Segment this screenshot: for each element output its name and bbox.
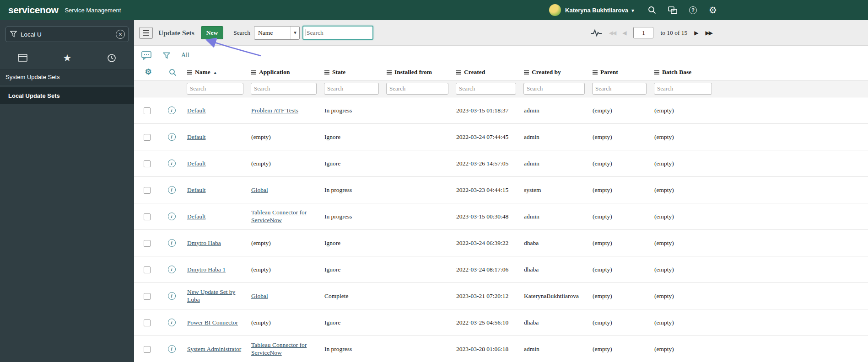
breadcrumb-all[interactable]: All bbox=[181, 52, 189, 59]
column-menu-icon[interactable] bbox=[456, 70, 461, 75]
row-checkbox[interactable] bbox=[144, 266, 151, 273]
servicenow-logo[interactable]: servicenow bbox=[8, 5, 58, 16]
cell-application-link[interactable]: Tableau Connector for ServiceNow bbox=[251, 209, 307, 224]
filter-input-batch-base[interactable] bbox=[654, 83, 712, 95]
cell-application-link[interactable]: Global bbox=[251, 186, 268, 193]
top-banner: servicenow Service Management Kateryna B… bbox=[0, 0, 868, 20]
cell-name-link[interactable]: New Update Set by Luba bbox=[187, 288, 235, 303]
cell-name-link[interactable]: Dmytro Haba bbox=[187, 240, 221, 246]
column-header-application[interactable]: Application bbox=[247, 65, 320, 80]
cell-name-link[interactable]: Power BI Connector bbox=[187, 319, 238, 326]
filter-input-created-by[interactable] bbox=[523, 83, 585, 95]
cell-name-link[interactable]: Default bbox=[187, 160, 205, 167]
cell-application: Tableau Connector for ServiceNow bbox=[247, 335, 320, 362]
favorites-star-icon[interactable] bbox=[63, 53, 72, 63]
column-header-name[interactable]: Name bbox=[183, 65, 247, 80]
cell-parent: (empty) bbox=[588, 123, 650, 150]
info-icon[interactable] bbox=[168, 106, 176, 114]
cell-name-link[interactable]: System Administrator bbox=[187, 346, 241, 352]
column-menu-icon[interactable] bbox=[654, 70, 659, 75]
settings-gear-icon[interactable] bbox=[709, 5, 717, 15]
table-row: Default(empty)Ignore2022-03-26 14:57:05a… bbox=[134, 150, 868, 176]
column-label: Name bbox=[195, 69, 210, 76]
column-header-settings[interactable] bbox=[134, 65, 160, 80]
activity-stream-icon[interactable] bbox=[590, 29, 602, 37]
list-search-input[interactable]: Search bbox=[302, 26, 373, 40]
cell-application-link[interactable]: Global bbox=[251, 293, 268, 299]
filter-input-parent[interactable] bbox=[592, 83, 647, 95]
cell-name-link[interactable]: Dmytro Haba 1 bbox=[187, 266, 226, 273]
cell-name-link[interactable]: Default bbox=[187, 133, 205, 140]
next-page-icon[interactable] bbox=[694, 30, 698, 36]
row-checkbox[interactable] bbox=[144, 293, 151, 300]
user-menu[interactable]: Kateryna Bukhtiiarova bbox=[549, 4, 634, 16]
column-header-search[interactable] bbox=[160, 65, 183, 80]
nav-item-local-update-sets[interactable]: Local Update Sets bbox=[0, 87, 134, 104]
search-column-select[interactable]: Name bbox=[254, 26, 300, 40]
column-menu-icon[interactable] bbox=[593, 70, 598, 75]
info-icon[interactable] bbox=[168, 186, 176, 194]
cell-application-link[interactable]: Tableau Connector for ServiceNow bbox=[251, 341, 307, 356]
cell-info bbox=[160, 309, 183, 335]
info-icon[interactable] bbox=[168, 213, 176, 220]
page-number-input[interactable] bbox=[633, 27, 653, 38]
help-icon[interactable] bbox=[689, 6, 697, 14]
info-icon[interactable] bbox=[168, 160, 176, 167]
cell-application: Global bbox=[247, 176, 320, 203]
row-checkbox[interactable] bbox=[144, 240, 151, 247]
info-icon[interactable] bbox=[168, 319, 176, 326]
list-context-menu-button[interactable] bbox=[139, 27, 153, 39]
column-search-icon[interactable] bbox=[164, 69, 181, 76]
column-menu-icon[interactable] bbox=[387, 70, 392, 75]
history-clock-icon[interactable] bbox=[107, 53, 116, 63]
cell-batch-base: (empty) bbox=[650, 123, 716, 150]
all-applications-tab-icon[interactable] bbox=[18, 54, 27, 62]
navigator-filter-input[interactable] bbox=[5, 27, 129, 42]
clear-filter-icon[interactable] bbox=[116, 30, 125, 39]
info-icon[interactable] bbox=[168, 292, 176, 300]
row-checkbox[interactable] bbox=[144, 319, 151, 326]
cell-application-link[interactable]: Problem ATF Tests bbox=[251, 107, 298, 114]
info-icon[interactable] bbox=[168, 266, 176, 273]
last-page-icon[interactable] bbox=[706, 30, 712, 36]
column-header-created[interactable]: Created bbox=[452, 65, 520, 80]
filter-input-installed-from[interactable] bbox=[386, 83, 448, 95]
column-header-created-by[interactable]: Created by bbox=[520, 65, 588, 80]
breadcrumb-funnel-icon[interactable] bbox=[163, 52, 170, 59]
filter-input-name[interactable] bbox=[187, 83, 243, 95]
filter-input-created[interactable] bbox=[456, 83, 516, 95]
row-checkbox[interactable] bbox=[144, 160, 151, 167]
cell-name-link[interactable]: Default bbox=[187, 107, 205, 114]
column-header-installed-from[interactable]: Installed from bbox=[383, 65, 452, 80]
column-menu-icon[interactable] bbox=[324, 70, 329, 75]
row-checkbox[interactable] bbox=[144, 346, 151, 353]
filter-input-application[interactable] bbox=[251, 83, 317, 95]
column-menu-icon[interactable] bbox=[524, 70, 529, 75]
filter-funnel-icon bbox=[10, 31, 17, 39]
row-checkbox[interactable] bbox=[144, 107, 151, 114]
table-row: DefaultTableau Connector for ServiceNowI… bbox=[134, 203, 868, 229]
row-checkbox[interactable] bbox=[144, 213, 151, 220]
column-header-parent[interactable]: Parent bbox=[588, 65, 650, 80]
row-range-text: to 10 of 15 bbox=[660, 29, 687, 37]
column-header-state[interactable]: State bbox=[320, 65, 383, 80]
column-menu-icon[interactable] bbox=[251, 70, 256, 75]
new-button[interactable]: New bbox=[201, 26, 224, 39]
column-menu-icon[interactable] bbox=[187, 70, 192, 75]
first-page-icon[interactable] bbox=[609, 30, 615, 36]
cell-name-link[interactable]: Default bbox=[187, 186, 205, 193]
personalize-list-gear-icon[interactable] bbox=[145, 68, 151, 76]
row-checkbox[interactable] bbox=[144, 134, 151, 141]
row-checkbox[interactable] bbox=[144, 187, 151, 194]
info-icon[interactable] bbox=[168, 133, 176, 141]
filter-input-state[interactable] bbox=[324, 83, 379, 95]
chat-bubble-icon[interactable] bbox=[141, 51, 152, 60]
info-icon[interactable] bbox=[168, 239, 176, 247]
column-header-batch-base[interactable]: Batch Base bbox=[650, 65, 716, 80]
user-avatar[interactable] bbox=[549, 4, 561, 16]
search-icon[interactable] bbox=[648, 6, 656, 14]
cell-name-link[interactable]: Default bbox=[187, 213, 205, 220]
connect-chat-icon[interactable] bbox=[668, 6, 677, 14]
info-icon[interactable] bbox=[168, 345, 176, 353]
previous-page-icon[interactable] bbox=[622, 30, 626, 36]
